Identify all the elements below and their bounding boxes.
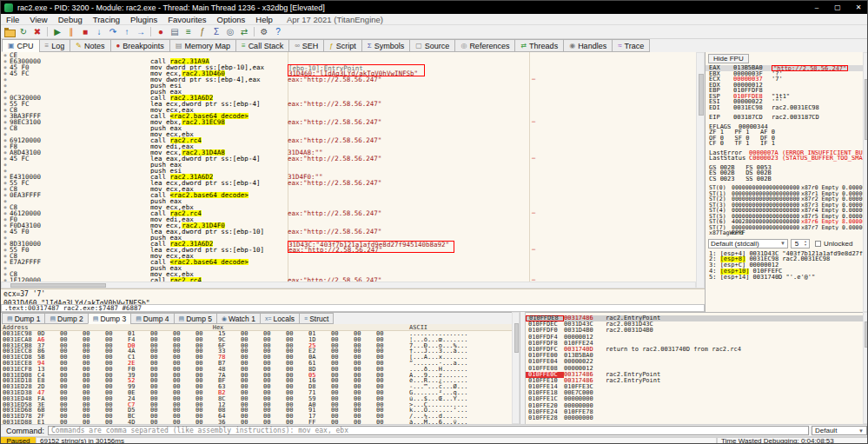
disasm-row[interactable]: ● E7A2FFFF call <rac2.base64_decode> (1, 259, 696, 265)
disasm-row[interactable]: ● push eax (1, 265, 696, 271)
breakpoint-dot[interactable]: ● (1, 83, 10, 89)
breakpoint-dot[interactable]: ● (1, 247, 10, 253)
breakpoint-dot[interactable]: ● (1, 70, 10, 76)
calling-convention-select[interactable]: Default (stdcall)▼ (708, 239, 788, 249)
references-icon[interactable]: ◎ (223, 26, 237, 38)
disasm-row[interactable]: ● C8 mov ecx,eax (1, 186, 696, 192)
breakpoint-dot[interactable]: ● (1, 222, 10, 229)
scroll-thumb[interactable] (514, 323, 519, 353)
disasm-row[interactable]: ● 0EA3FFFF call <rac2.base64_decode> (1, 192, 696, 198)
stack-row[interactable]: 010FFDF0 0031D4B0 rac2.0031D4B0 (526, 328, 863, 334)
step-out-icon[interactable]: ↑ (120, 26, 134, 38)
close-debuggee-icon[interactable]: ✖ (30, 26, 44, 38)
disasm-row[interactable]: ● 69120000 call rac2.rc4 eax:"http://2.5… (1, 137, 696, 143)
dump-row[interactable]: 0031ECB8 37000000D00000006F0000002500000… (1, 343, 512, 349)
minimize-button[interactable]: – (806, 1, 827, 14)
command-input[interactable] (48, 426, 809, 435)
argument-row[interactable]: 5: [esp+14] 0031740D "'.e'@'" (706, 275, 863, 281)
restart-icon[interactable]: ↻ (17, 26, 30, 38)
scroll-thumb[interactable] (865, 79, 868, 140)
disasm-row[interactable]: ● push eax (1, 89, 696, 95)
segment-row[interactable]: CS 0023 SS 002B (706, 176, 863, 182)
hide-fpu-button[interactable]: Hide FPU (708, 54, 749, 63)
memory-map-icon[interactable]: ▤ (168, 26, 182, 38)
breakpoint-dot[interactable]: ● (1, 168, 10, 174)
disasm-row[interactable]: ● 3BA3FFFF call <rac2.base64_decode> (1, 113, 696, 119)
breakpoint-dot[interactable]: ● (1, 204, 10, 210)
breakpoint-dot[interactable]: ● (1, 119, 10, 125)
threads-icon[interactable]: ⇄ (237, 26, 251, 38)
stack-row[interactable]: 010FFDF4 00000012 (526, 335, 863, 341)
disasm-horizontal-scrollbar[interactable] (1, 282, 696, 288)
menu-item[interactable]: Favourites (162, 15, 211, 24)
stack-row[interactable]: 010FFDFC 0031740D return to rac2.0031740… (526, 347, 863, 353)
tab-dump-4[interactable]: ▤Dump 4 (130, 313, 174, 324)
symbols-icon[interactable]: Σ (209, 26, 223, 38)
fpu-row[interactable]: x87TagWord FFFF (706, 230, 863, 236)
toolbar-separator[interactable] (150, 27, 151, 36)
pause-icon[interactable]: ∥ (64, 26, 78, 38)
run-to-user-code-icon[interactable]: → (134, 26, 148, 38)
breakpoint-dot[interactable]: ● (1, 253, 10, 259)
disasm-row[interactable]: ● C8 push eax (1, 125, 696, 131)
toolbar-separator[interactable] (47, 27, 48, 36)
scroll-thumb[interactable] (865, 321, 868, 348)
disasm-row[interactable]: ● CE (1, 52, 696, 58)
disasm-row[interactable]: ● push eax (1, 235, 696, 241)
breakpoint-dot[interactable]: ● (1, 180, 10, 186)
stack-row[interactable]: 010FFE00 013B5BA0 (526, 353, 863, 359)
open-file-icon[interactable] (3, 26, 17, 38)
breakpoint-dot[interactable]: ● (1, 107, 10, 113)
disasm-row[interactable]: ● C8 mov ecx,ebx (1, 204, 696, 210)
dump-row[interactable]: 0031ECA8 A6000000F40000009C0000001D00000… (1, 337, 512, 343)
disasm-row[interactable]: ● F0D43100 mov ecx,rac2.31D4F0 (1, 222, 696, 229)
step-over-icon[interactable]: ↷ (106, 26, 120, 38)
step-into-icon[interactable]: ↓ (92, 26, 106, 38)
argument-row[interactable]: 2: [esp+8] 0031EC98 rac2.0031EC98 (706, 256, 863, 262)
maximize-button[interactable]: ▢ (827, 1, 848, 14)
stack-row[interactable]: 010FFE10 00317486 rac2.EntryPoint (526, 378, 863, 384)
disasm-row[interactable]: ● 45 F0 lea eax,dword ptr ss:[ebp-10] ea… (1, 229, 696, 235)
dump-row[interactable]: 0031ED78 2F000000BC000000640000001700000… (1, 414, 512, 420)
title-bar[interactable]: rac2.exe - PID: 3200 - Module: rac2.exe … (1, 1, 868, 14)
disasm-row[interactable]: ● push eax (1, 198, 696, 204)
dump-row[interactable]: 0031ECC8 860000004A00000033000000E200000… (1, 348, 512, 355)
breakpoint-dot[interactable]: ● (1, 229, 10, 235)
disasm-row[interactable]: ● mov ecx,ebx (1, 131, 696, 137)
scroll-thumb[interactable] (10, 283, 106, 288)
tab-locals[interactable]: x=Locals (260, 313, 300, 324)
breakpoint-dot[interactable]: ● (1, 216, 10, 222)
breakpoint-dot[interactable]: ● (1, 76, 10, 83)
breakpoint-dot[interactable]: ● (1, 241, 10, 247)
registers-vertical-scrollbar[interactable] (863, 52, 868, 312)
breakpoint-dot[interactable]: ● (1, 174, 10, 180)
stack-pane[interactable]: 010FFDE8 00317486 rac2.EntryPoint 010FFD… (526, 312, 863, 424)
stack-row[interactable]: 010FFDF8 010FFE24 (526, 341, 863, 347)
stack-row[interactable]: 010FFE24 010FFE78 (526, 409, 863, 415)
disassembly-pane[interactable]: ● CE ● E6300000 call rac2.31A9A ● 45 F0 … (1, 52, 696, 282)
run-icon[interactable]: ▶ (50, 26, 64, 38)
disasm-row[interactable]: ● 45 FC lea eax,dword ptr ss:[ebp-4] eax… (1, 156, 696, 162)
disasm-vertical-scrollbar[interactable] (696, 52, 705, 288)
stack-row[interactable]: 010FFE0C 00317486 rac2.EntryPoint (526, 372, 863, 378)
tab-cpu[interactable]: ▣CPU (2, 39, 40, 52)
disasm-row[interactable]: ● 46120000 call rac2.rc4 eax:"http://2.5… (1, 210, 696, 216)
tab-seh[interactable]: ∞SEH (288, 39, 324, 52)
disasm-row[interactable]: ● mov dword ptr ss:[ebp-4],eax eax:"http… (1, 76, 696, 83)
dump-row[interactable]: 0031EC98 0D00000001000000150000000100000… (1, 331, 512, 337)
registers-pane[interactable]: Hide FPU EAX 013B5BA0 "http://2.58.56.24… (705, 52, 863, 312)
stack-row[interactable]: 010FFDEC 0031D43C rac2.0031D43C (526, 321, 863, 328)
flag-row[interactable]: CF 0 TF 1 IF 1 (706, 141, 863, 147)
breakpoint-dot[interactable]: ● (1, 131, 10, 137)
register-row[interactable]: EIP 003187CD rac2.003187CD (706, 115, 863, 121)
spinner-arrows-icon[interactable]: ▴▾ (802, 240, 809, 248)
tab-source[interactable]: ▢Source (409, 39, 455, 52)
tab-log[interactable]: ≡Log (39, 39, 71, 52)
tab-call-stack[interactable]: ≡Call Stack (235, 39, 289, 52)
stack-row[interactable]: 010FFE18 00E7C000 (526, 390, 863, 396)
tab-dump-1[interactable]: ▤Dump 1 (2, 313, 45, 324)
breakpoint-dot[interactable]: ● (1, 95, 10, 101)
scroll-thumb[interactable] (699, 74, 704, 116)
menu-item[interactable]: Tracing (88, 15, 125, 24)
breakpoint-dot[interactable]: ● (1, 265, 10, 271)
